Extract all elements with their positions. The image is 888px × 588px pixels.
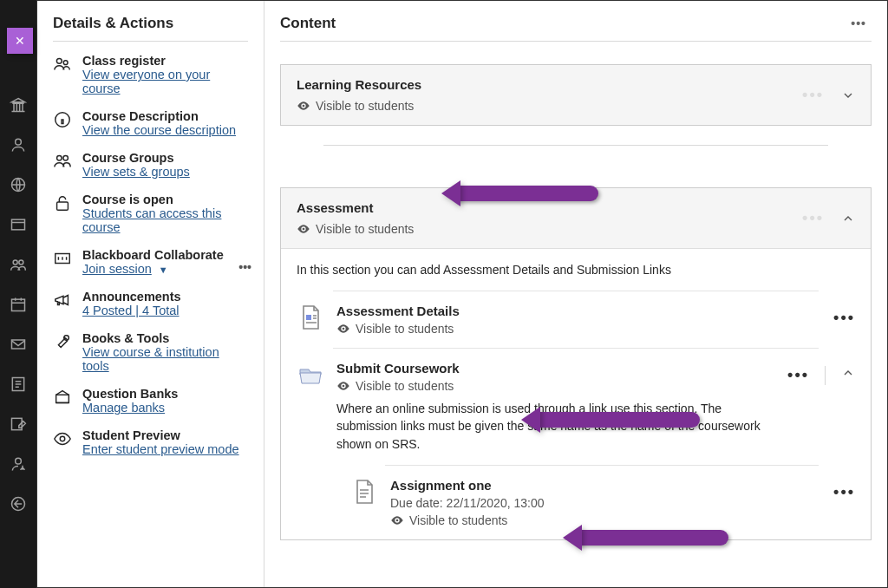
details-heading: Details & Actions xyxy=(53,15,248,32)
da-title: Student Preview xyxy=(82,428,248,442)
rail-signout-icon[interactable] xyxy=(9,494,28,513)
item-title: Submit Coursework xyxy=(336,361,775,376)
svg-point-14 xyxy=(57,156,62,161)
da-link-course-description[interactable]: View the course description xyxy=(82,123,236,137)
divider xyxy=(280,41,872,42)
content-item-submit-coursework[interactable]: Submit Coursework Visible to students Wh… xyxy=(281,349,871,465)
item-title: Assessment Details xyxy=(336,304,821,318)
da-announcements: Announcements 4 Posted | 4 Total xyxy=(53,290,248,317)
item-due-date: Due date: 22/11/2020, 13:00 xyxy=(390,496,821,510)
svg-point-12 xyxy=(63,61,68,65)
visibility-label: Visible to students xyxy=(316,99,414,113)
chevron-up-icon[interactable] xyxy=(841,212,855,225)
item-options[interactable]: ••• xyxy=(833,483,855,501)
folder-options[interactable]: ••• xyxy=(802,209,824,227)
folder-header[interactable]: Learning Resources Visible to students •… xyxy=(281,65,871,125)
document-icon xyxy=(350,478,378,506)
folder-open-icon xyxy=(297,361,324,389)
svg-point-9 xyxy=(16,458,22,464)
item-options[interactable]: ••• xyxy=(833,309,855,327)
svg-rect-5 xyxy=(12,299,25,310)
chevron-up-icon[interactable] xyxy=(841,366,855,380)
divider xyxy=(825,366,826,385)
visibility-label: Visible to students xyxy=(316,222,414,236)
svg-rect-2 xyxy=(12,219,25,230)
eye-icon xyxy=(53,428,72,448)
svg-point-15 xyxy=(63,156,69,161)
svg-point-4 xyxy=(19,260,23,265)
da-title: Class register xyxy=(82,54,248,68)
users-icon xyxy=(53,54,72,74)
folder-learning-resources: Learning Resources Visible to students •… xyxy=(280,64,872,126)
content-item-assignment-one[interactable]: Assignment one Due date: 22/11/2020, 13:… xyxy=(281,466,871,539)
da-link-class-register[interactable]: View everyone on your course xyxy=(82,68,210,95)
rail-institution-icon[interactable] xyxy=(9,95,28,114)
rail-courses-icon[interactable] xyxy=(9,215,28,234)
chevron-down-icon[interactable] xyxy=(841,88,855,102)
item-options[interactable]: ••• xyxy=(787,366,809,384)
rail-profile-icon[interactable] xyxy=(9,135,28,154)
da-link-question-banks[interactable]: Manage banks xyxy=(82,401,165,415)
folder-title: Learning Resources xyxy=(297,77,802,92)
document-icon xyxy=(297,304,324,331)
da-question-banks: Question Banks Manage banks xyxy=(53,387,248,415)
da-title: Blackboard Collaborate xyxy=(82,248,248,262)
collaborate-options[interactable]: ••• xyxy=(238,260,251,274)
details-actions-panel: Details & Actions Class register View ev… xyxy=(37,1,264,587)
content-options[interactable]: ••• xyxy=(846,13,872,34)
folder-title: Assessment xyxy=(297,200,802,215)
visibility-label: Visible to students xyxy=(409,513,507,527)
item-title: Assignment one xyxy=(390,478,821,493)
visibility-icon xyxy=(390,513,404,527)
da-link-student-preview[interactable]: Enter student preview mode xyxy=(82,442,239,456)
folder-options[interactable]: ••• xyxy=(802,86,824,104)
rail-messages-icon[interactable] xyxy=(9,335,28,354)
da-title: Books & Tools xyxy=(82,331,248,345)
visibility-icon xyxy=(297,222,310,236)
svg-point-20 xyxy=(60,436,65,441)
da-link-course-groups[interactable]: View sets & groups xyxy=(82,165,190,179)
da-link-announcements[interactable]: 4 Posted | 4 Total xyxy=(82,304,180,317)
rail-calendar-icon[interactable] xyxy=(9,295,28,314)
dropdown-caret-icon[interactable]: ▼ xyxy=(159,265,168,275)
visibility-label: Visible to students xyxy=(356,322,454,336)
rail-groups-icon[interactable] xyxy=(9,255,28,274)
da-link-course-open[interactable]: Students can access this course xyxy=(82,206,221,234)
rail-edit-icon[interactable] xyxy=(9,415,28,434)
unlock-icon xyxy=(53,193,72,212)
divider xyxy=(53,41,248,42)
rail-admin-icon[interactable] xyxy=(9,454,28,474)
folder-header[interactable]: Assessment Visible to students ••• xyxy=(281,188,871,248)
svg-point-11 xyxy=(56,58,62,63)
svg-rect-21 xyxy=(306,315,311,320)
da-course-groups: Course Groups View sets & groups xyxy=(53,151,248,179)
da-course-open: Course is open Students can access this … xyxy=(53,193,248,234)
da-student-preview: Student Preview Enter student preview mo… xyxy=(53,428,248,456)
folder-assessment: Assessment Visible to students ••• In th… xyxy=(280,187,872,540)
info-icon xyxy=(53,109,72,129)
close-panel-button[interactable]: ✕ xyxy=(7,28,33,54)
content-panel: Content ••• Learning Resources Visible t… xyxy=(264,1,887,587)
megaphone-icon xyxy=(53,290,72,310)
da-link-collaborate[interactable]: Join session xyxy=(82,262,152,276)
rail-grades-icon[interactable] xyxy=(9,375,28,394)
svg-point-3 xyxy=(13,260,17,265)
visibility-icon xyxy=(297,99,310,113)
da-books-tools: Books & Tools View course & institution … xyxy=(53,331,248,373)
da-link-books-tools[interactable]: View course & institution tools xyxy=(82,345,219,373)
nav-rail xyxy=(0,0,36,588)
rail-globe-icon[interactable] xyxy=(9,175,28,194)
content-item-assessment-details[interactable]: Assessment Details Visible to students •… xyxy=(281,291,871,348)
svg-point-0 xyxy=(16,139,22,145)
da-collaborate: Blackboard Collaborate Join session ▼ ••… xyxy=(53,248,248,276)
da-title: Course is open xyxy=(82,193,248,206)
visibility-icon xyxy=(336,322,350,336)
svg-rect-19 xyxy=(56,395,69,402)
visibility-icon xyxy=(336,379,350,393)
bank-icon xyxy=(53,387,72,407)
close-icon: ✕ xyxy=(15,34,25,48)
visibility-label: Visible to students xyxy=(356,379,454,393)
svg-rect-6 xyxy=(12,340,25,349)
folder-description: In this section you can add Assessment D… xyxy=(281,249,871,291)
da-title: Course Description xyxy=(82,109,248,123)
